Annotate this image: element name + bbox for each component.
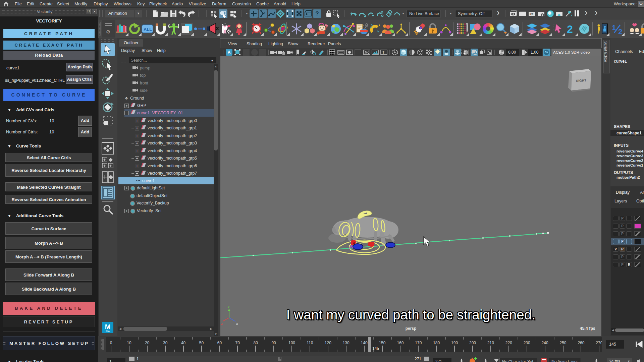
svg-text:2: 2 <box>567 23 573 35</box>
svg-text:RIGHT: RIGHT <box>576 78 587 83</box>
svg-text:ALL: ALL <box>144 27 152 32</box>
svg-text:T: T <box>382 51 384 54</box>
svg-text:IPR: IPR <box>530 13 534 15</box>
svg-text:2: 2 <box>618 27 622 35</box>
